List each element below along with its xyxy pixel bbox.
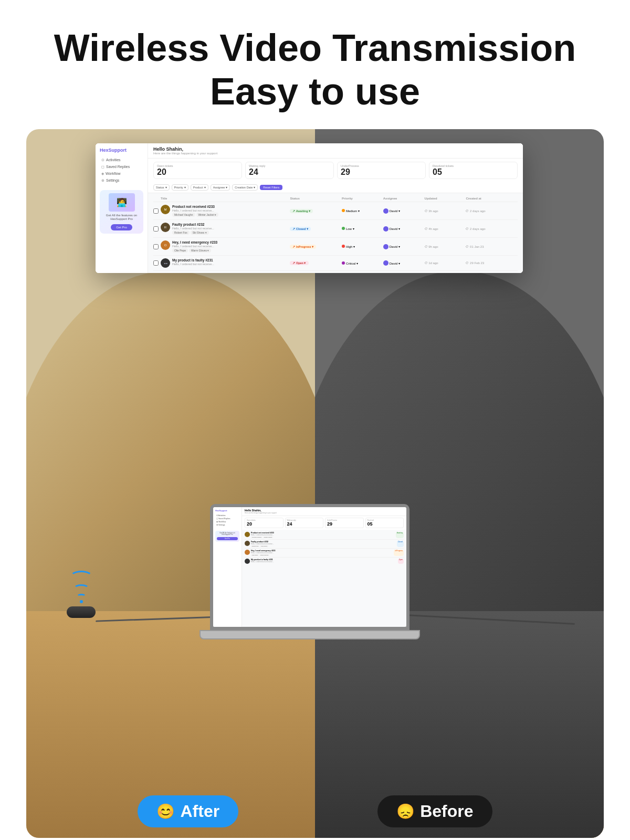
stat-open-tickets: Open tickets 20 bbox=[153, 162, 242, 180]
before-badge: 😞 Before bbox=[377, 795, 492, 827]
laptop-header-mini: Hello Shahin, Here are the things happen… bbox=[242, 507, 406, 516]
lm-av bbox=[245, 532, 250, 537]
product-tag: Ski Shoes ▾ bbox=[191, 230, 209, 235]
assignee-cell: David ▾ bbox=[383, 208, 425, 214]
wifi-arc-large bbox=[70, 571, 93, 583]
settings-icon: ⊛ bbox=[101, 178, 104, 183]
laptop-body: HexSupport ⊙ Activities ◻ Saved Replies … bbox=[210, 504, 410, 630]
before-icon: 😞 bbox=[396, 803, 415, 820]
ticket-checkbox[interactable] bbox=[153, 208, 159, 214]
ticket-preview: Hello, I ordered but not receive... bbox=[172, 209, 218, 212]
product-tag: Winter Jacket ▾ bbox=[196, 213, 219, 217]
promo-image: 🧑‍💻 bbox=[109, 193, 135, 212]
tickets-table: Title Status Priority Assignee Updated C… bbox=[148, 193, 523, 273]
stat-resolved-tickets: Resolved tickets 05 bbox=[429, 162, 518, 180]
reset-filters-button[interactable]: Reset Filters bbox=[260, 185, 282, 190]
sidebar-item-saved-replies[interactable]: ◻ Saved Replies bbox=[100, 164, 143, 170]
composite-image: HexSupport ⊙ Activities ◻ Saved Replies … bbox=[26, 129, 604, 838]
user-tag: Michael Vaughn bbox=[172, 213, 195, 217]
assignee-avatar bbox=[383, 226, 388, 232]
table-row[interactable]: M Product not received #233 Hello, I ord… bbox=[153, 202, 518, 220]
ticket-checkbox[interactable] bbox=[153, 226, 159, 232]
open-tickets-value: 20 bbox=[157, 167, 238, 177]
created-cell: ⏱ 2 days ago bbox=[466, 209, 518, 213]
status-cell: ↗ Open ▾ bbox=[290, 261, 342, 265]
lm-ticket: My product is faulty #231 Hello, I order… bbox=[245, 558, 404, 565]
badge-row: 😊 After 😞 Before bbox=[26, 795, 604, 827]
product-filter[interactable]: Product ▾ bbox=[191, 184, 208, 191]
status-cell: ↗ Closed ▾ bbox=[290, 227, 342, 231]
assignee-cell: David ▾ bbox=[383, 226, 425, 232]
priority-dot bbox=[342, 245, 345, 248]
sidebar-item-workflow[interactable]: ◈ Workflow bbox=[100, 171, 143, 177]
lm-ticket: Product not received #233 Hello, I order… bbox=[245, 531, 404, 540]
app-main: Hello Shahin, Here are the things happen… bbox=[148, 143, 523, 274]
col-created-header: Created at bbox=[466, 197, 518, 200]
lm-stat: Waiting reply 24 bbox=[285, 518, 324, 528]
lm-ticket: Hey, I need emergency #233 Hello, I orde… bbox=[245, 549, 404, 558]
wifi-arc-small bbox=[77, 594, 86, 599]
sidebar-item-settings[interactable]: ⊛ Settings bbox=[100, 177, 143, 184]
priority-dot bbox=[342, 261, 345, 265]
after-icon: 😊 bbox=[156, 803, 175, 820]
ticket-preview: Hello, I ordered but not receive... bbox=[172, 227, 214, 230]
greeting-text: Hello Shahin, bbox=[153, 146, 518, 152]
user-tag: Robert Fox bbox=[172, 230, 190, 235]
ticket-info: R Faulty product #232 Hello, I ordered b… bbox=[161, 223, 290, 235]
assignee-cell: David ▾ bbox=[383, 260, 425, 266]
lm-av bbox=[245, 550, 250, 555]
activities-icon: ⊙ bbox=[101, 158, 104, 162]
priority-cell: Low ▾ bbox=[342, 227, 383, 230]
col-title-header: Title bbox=[161, 197, 290, 200]
updated-cell: ⏱ 4h ago bbox=[425, 227, 466, 230]
assignee-avatar bbox=[383, 260, 388, 266]
ticket-title: Faulty product #232 bbox=[172, 223, 214, 226]
status-badge: ↗ Awaiting ▾ bbox=[290, 209, 313, 213]
col-assignee-header: Assignee bbox=[383, 197, 425, 200]
after-badge: 😊 After bbox=[138, 795, 238, 827]
ticket-tags: Olie Pepe Warm Gloves ▾ bbox=[172, 248, 217, 253]
priority-dot bbox=[342, 227, 345, 230]
laptop-wrap: HexSupport ⊙ Activities ◻ Saved Replies … bbox=[210, 504, 420, 639]
user-tag: Olie Pepe bbox=[172, 248, 188, 253]
table-row[interactable]: O Hey, I need emergency #233 Hello, I or… bbox=[153, 238, 518, 256]
laptop-sidebar-mini: HexSupport ⊙ Activities ◻ Saved Replies … bbox=[213, 507, 242, 627]
table-row[interactable]: R Faulty product #232 Hello, I ordered b… bbox=[153, 220, 518, 238]
lm-stat: Open tickets 20 bbox=[245, 518, 284, 528]
col-priority-header: Priority bbox=[342, 197, 383, 200]
sidebar-logo: HexSupport bbox=[100, 148, 143, 153]
priority-filter[interactable]: Priority ▾ bbox=[172, 184, 188, 191]
status-filter[interactable]: Status ▾ bbox=[153, 184, 170, 191]
big-screen-ui: HexSupport ⊙ Activities ◻ Saved Replies … bbox=[96, 143, 523, 274]
promo-text: Get All the features on HexSupport Pro bbox=[103, 214, 140, 222]
app-header: Hello Shahin, Here are the things happen… bbox=[148, 143, 523, 159]
laptop-sub-mini: Here are the things happening in your su… bbox=[245, 512, 404, 514]
wireless-device bbox=[67, 571, 96, 618]
laptop-logo-mini: HexSupport bbox=[215, 509, 239, 512]
ticket-title: My product is faulty #231 bbox=[172, 258, 214, 262]
active-tickets-value: 29 bbox=[341, 167, 422, 177]
status-badge: ↗ Closed ▾ bbox=[290, 227, 310, 231]
app-sidebar: HexSupport ⊙ Activities ◻ Saved Replies … bbox=[96, 143, 148, 274]
device-pill bbox=[67, 606, 96, 618]
sidebar-item-activities[interactable]: ⊙ Activities bbox=[100, 157, 143, 163]
wifi-waves bbox=[70, 571, 93, 603]
title-section: Wireless Video Transmission Easy to use bbox=[0, 0, 630, 129]
assignee-avatar bbox=[383, 244, 388, 249]
product-tag: Warm Gloves ▾ bbox=[189, 248, 211, 253]
table-row[interactable]: 👓 My product is faulty #231 Hello, I ord… bbox=[153, 256, 518, 271]
updated-cell: ⏱ 9h ago bbox=[425, 245, 466, 248]
date-filter[interactable]: Creation Date ▾ bbox=[232, 184, 258, 191]
ticket-checkbox[interactable] bbox=[153, 244, 159, 249]
stat-waiting-reply: Waiting reply 24 bbox=[245, 162, 334, 180]
ticket-info: O Hey, I need emergency #233 Hello, I or… bbox=[161, 240, 290, 253]
laptop-tickets-mini: Product not received #233 Hello, I order… bbox=[242, 530, 406, 566]
get-pro-button[interactable]: Get Pro bbox=[111, 224, 132, 230]
lm-stat: UnderProcess 29 bbox=[325, 518, 364, 528]
lm-item: ⊛ Settings bbox=[215, 523, 239, 527]
laptop-promo-text: Get All the features on HexSupport Pro bbox=[217, 532, 238, 537]
ticket-checkbox[interactable] bbox=[153, 260, 159, 266]
resolved-tickets-value: 05 bbox=[433, 167, 514, 177]
ticket-title: Hey, I need emergency #233 bbox=[172, 240, 217, 244]
assignee-filter[interactable]: Assignee ▾ bbox=[211, 184, 230, 191]
